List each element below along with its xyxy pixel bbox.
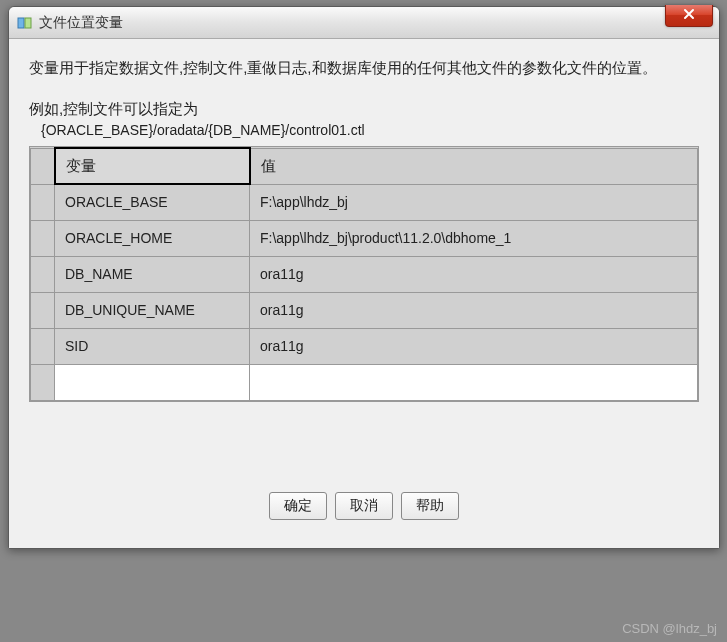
col-header-variable[interactable]: 变量: [55, 148, 250, 184]
table-row[interactable]: DB_NAME ora11g: [31, 256, 698, 292]
svg-rect-1: [25, 18, 31, 28]
ok-button[interactable]: 确定: [269, 492, 327, 520]
dialog-content: 变量用于指定数据文件,控制文件,重做日志,和数据库使用的任何其他文件的参数化文件…: [9, 39, 719, 548]
cell-var[interactable]: SID: [55, 328, 250, 364]
close-icon: [683, 8, 695, 23]
cell-val[interactable]: ora11g: [250, 292, 698, 328]
table-row-empty[interactable]: [31, 364, 698, 400]
help-button[interactable]: 帮助: [401, 492, 459, 520]
row-header[interactable]: [31, 364, 55, 400]
example-path: {ORACLE_BASE}/oradata/{DB_NAME}/control0…: [41, 122, 699, 138]
table-row[interactable]: DB_UNIQUE_NAME ora11g: [31, 292, 698, 328]
titlebar[interactable]: 文件位置变量: [9, 7, 719, 39]
dialog-window: 文件位置变量 变量用于指定数据文件,控制文件,重做日志,和数据库使用的任何其他文…: [8, 6, 720, 549]
cell-var[interactable]: DB_UNIQUE_NAME: [55, 292, 250, 328]
cancel-button[interactable]: 取消: [335, 492, 393, 520]
svg-rect-0: [18, 18, 24, 28]
cell-val-empty[interactable]: [250, 364, 698, 400]
app-icon: [17, 15, 33, 31]
cell-val[interactable]: ora11g: [250, 328, 698, 364]
cell-val[interactable]: F:\app\lhdz_bj: [250, 184, 698, 220]
cell-val[interactable]: F:\app\lhdz_bj\product\11.2.0\dbhome_1: [250, 220, 698, 256]
close-button[interactable]: [665, 5, 713, 27]
watermark: CSDN @lhdz_bj: [622, 621, 717, 636]
variables-table: 变量 值 ORACLE_BASE F:\app\lhdz_bj ORACLE_H…: [29, 146, 699, 402]
table-row[interactable]: ORACLE_HOME F:\app\lhdz_bj\product\11.2.…: [31, 220, 698, 256]
row-header[interactable]: [31, 292, 55, 328]
description-text-2: 例如,控制文件可以指定为: [29, 98, 699, 121]
table-row[interactable]: ORACLE_BASE F:\app\lhdz_bj: [31, 184, 698, 220]
cell-var[interactable]: DB_NAME: [55, 256, 250, 292]
row-header[interactable]: [31, 328, 55, 364]
cell-val[interactable]: ora11g: [250, 256, 698, 292]
row-header[interactable]: [31, 256, 55, 292]
cell-var[interactable]: ORACLE_BASE: [55, 184, 250, 220]
row-header[interactable]: [31, 184, 55, 220]
window-title: 文件位置变量: [39, 14, 123, 32]
button-row: 确定 取消 帮助: [29, 492, 699, 534]
table-row[interactable]: SID ora11g: [31, 328, 698, 364]
cell-var-empty[interactable]: [55, 364, 250, 400]
description-text-1: 变量用于指定数据文件,控制文件,重做日志,和数据库使用的任何其他文件的参数化文件…: [29, 57, 699, 80]
cell-var[interactable]: ORACLE_HOME: [55, 220, 250, 256]
header-corner: [31, 148, 55, 184]
table-header-row: 变量 值: [31, 148, 698, 184]
col-header-value[interactable]: 值: [250, 148, 698, 184]
row-header[interactable]: [31, 220, 55, 256]
